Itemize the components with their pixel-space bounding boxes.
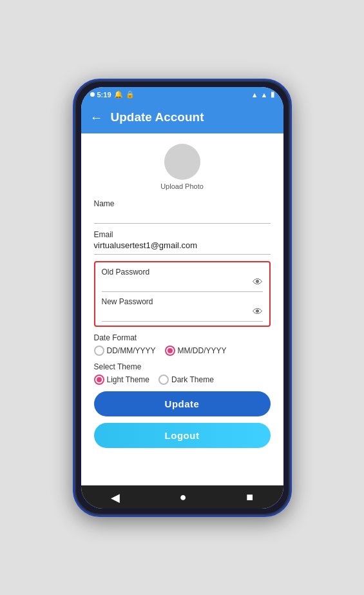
- new-password-eye-icon[interactable]: 👁: [253, 306, 263, 318]
- date-format-mm-dd-label: MM/DD/YYYY: [178, 346, 227, 355]
- name-field-group: Name: [94, 199, 271, 224]
- name-input[interactable]: [94, 210, 271, 224]
- upload-photo-label: Upload Photo: [160, 182, 204, 190]
- light-theme-label: Light Theme: [107, 375, 150, 384]
- update-button[interactable]: Update: [94, 391, 271, 416]
- date-format-dd-mm-option[interactable]: DD/MM/YYYY: [94, 346, 156, 356]
- date-format-mm-dd-option[interactable]: MM/DD/YYYY: [165, 346, 227, 356]
- logout-button[interactable]: Logout: [94, 423, 271, 448]
- old-password-label: Old Password: [102, 268, 263, 277]
- status-bar: 5:19 🔔 🔒 ▲ ▲ ▮: [81, 87, 283, 101]
- phone-device: 5:19 🔔 🔒 ▲ ▲ ▮ ← Update Account Upload P…: [73, 79, 292, 517]
- new-password-input[interactable]: [102, 307, 263, 322]
- status-bar-left: 5:19 🔔 🔒: [90, 90, 135, 99]
- old-password-input[interactable]: [102, 278, 263, 292]
- theme-radio-group: Light Theme Dark Theme: [94, 375, 271, 385]
- new-password-group: New Password 👁: [102, 297, 263, 322]
- avatar-section: Upload Photo: [94, 144, 271, 190]
- status-dot: [90, 92, 95, 97]
- old-password-eye-icon[interactable]: 👁: [253, 277, 263, 288]
- email-value: virtualusertest1@gmail.com: [94, 240, 271, 255]
- date-format-radio-group: DD/MM/YYYY MM/DD/YYYY: [94, 346, 271, 356]
- wifi-icon: ▲: [251, 91, 258, 99]
- nav-recent-icon[interactable]: ■: [246, 491, 253, 504]
- date-format-section: Date Format DD/MM/YYYY MM/DD/YYYY: [94, 333, 271, 356]
- date-format-dd-mm-radio[interactable]: [94, 346, 104, 356]
- avatar-upload-button[interactable]: [164, 144, 200, 180]
- password-section: Old Password 👁 New Password 👁: [94, 261, 271, 327]
- status-bar-right: ▲ ▲ ▮: [251, 90, 274, 99]
- app-bar: ← Update Account: [81, 101, 283, 133]
- nav-back-icon[interactable]: ◀: [111, 491, 120, 505]
- battery-icon: ▮: [271, 90, 274, 99]
- new-password-label: New Password: [102, 297, 263, 306]
- theme-label: Select Theme: [94, 362, 271, 371]
- date-format-dd-mm-label: DD/MM/YYYY: [107, 346, 156, 355]
- dark-theme-option[interactable]: Dark Theme: [158, 375, 214, 385]
- date-format-label: Date Format: [94, 333, 271, 342]
- email-label: Email: [94, 230, 271, 239]
- light-theme-radio[interactable]: [94, 375, 104, 385]
- name-label: Name: [94, 199, 271, 208]
- dark-theme-radio[interactable]: [158, 375, 169, 385]
- date-format-mm-dd-radio[interactable]: [165, 346, 175, 356]
- light-theme-radio-dot: [97, 377, 102, 382]
- light-theme-option[interactable]: Light Theme: [94, 375, 150, 385]
- back-button[interactable]: ←: [90, 111, 103, 124]
- app-bar-title: Update Account: [111, 110, 204, 124]
- content-area: Upload Photo Name Email virtualusertest1…: [81, 133, 283, 485]
- nav-bar: ◀ ● ■: [81, 485, 283, 509]
- dark-theme-label: Dark Theme: [171, 375, 214, 384]
- email-field-group: Email virtualusertest1@gmail.com: [94, 230, 271, 255]
- nav-home-icon[interactable]: ●: [180, 491, 187, 504]
- signal-icon: ▲: [261, 91, 268, 99]
- notification-icon: 🔔: [114, 90, 123, 99]
- theme-section: Select Theme Light Theme Dark Theme: [94, 362, 271, 385]
- lock-icon: 🔒: [126, 90, 135, 99]
- status-time: 5:19: [97, 91, 111, 99]
- date-format-mm-dd-radio-dot: [168, 348, 173, 353]
- old-password-group: Old Password 👁: [102, 268, 263, 292]
- phone-screen: 5:19 🔔 🔒 ▲ ▲ ▮ ← Update Account Upload P…: [81, 87, 283, 509]
